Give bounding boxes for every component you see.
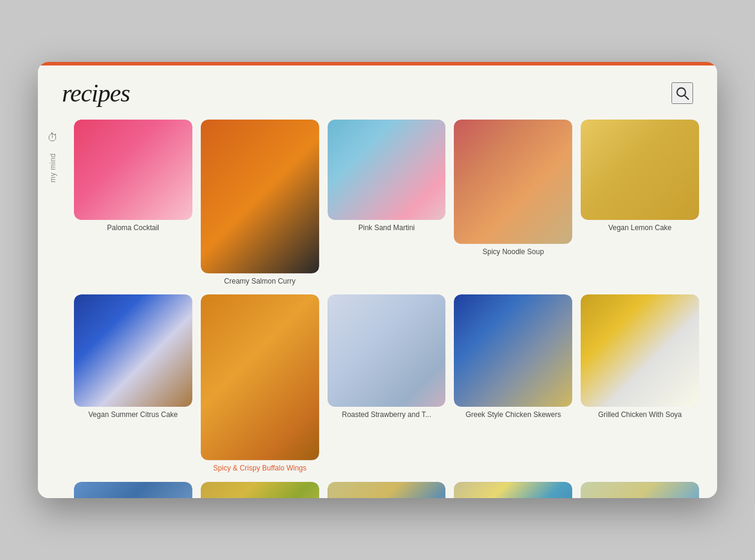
recipe-item-citrus-cake[interactable]: Vegan Summer Citrus Cake: [74, 294, 192, 473]
svg-point-0: [677, 88, 685, 96]
recipe-thumbnail-citrus-cake: [74, 294, 192, 407]
recipe-item-chicken-skewer[interactable]: Greek Style Chicken Skewers: [454, 294, 572, 473]
recipe-thumbnail-grilled-chicken: [581, 294, 699, 407]
recipe-image-bottom5: [581, 482, 699, 498]
recipe-item-bottom3[interactable]: [328, 482, 446, 498]
recipe-title-citrus-cake: Vegan Summer Citrus Cake: [74, 410, 192, 420]
recipe-title-grilled-chicken: Grilled Chicken With Soya: [581, 410, 699, 420]
recipe-thumbnail-strawberry: [328, 294, 446, 407]
sidebar: ⏱ my mind: [38, 117, 68, 498]
app-frame: recipes ⏱ my mind: [38, 62, 717, 498]
search-button[interactable]: [671, 82, 693, 104]
recipe-item-salmon[interactable]: Creamy Salmon Curry: [201, 120, 319, 286]
recipe-title-buffalo: Spicy & Crispy Buffalo Wings: [201, 464, 319, 473]
recipe-thumbnail-bottom4: [454, 482, 572, 498]
recipe-image-bottom2: [201, 482, 319, 498]
header: recipes: [38, 65, 717, 117]
recipe-image-noodle: [454, 120, 572, 244]
recipe-title-salmon: Creamy Salmon Curry: [201, 277, 319, 287]
recipe-item-bottom5[interactable]: [581, 482, 699, 498]
app-title: recipes: [62, 79, 130, 108]
recipe-title-chicken-skewer: Greek Style Chicken Skewers: [454, 410, 572, 420]
recipe-item-strawberry[interactable]: Roasted Strawberry and T...: [328, 294, 446, 473]
recipe-image-grilled-chicken: [581, 294, 699, 407]
recipe-image-pink-martini: [328, 120, 446, 220]
recipe-item-pink-martini[interactable]: Pink Sand Martini: [328, 120, 446, 286]
recipe-item-paloma[interactable]: Paloma Cocktail: [74, 120, 192, 286]
recipe-image-bottom1: [74, 482, 192, 498]
recipe-thumbnail-bottom3: [328, 482, 446, 498]
recipe-item-bottom4[interactable]: [454, 482, 572, 498]
recipe-item-bottom2[interactable]: [201, 482, 319, 498]
recipe-thumbnail-pink-martini: [328, 120, 446, 220]
recipe-thumbnail-bottom2: [201, 482, 319, 498]
search-icon: [674, 85, 690, 101]
recipe-title-strawberry: Roasted Strawberry and T...: [328, 410, 446, 420]
recipe-thumbnail-chicken-skewer: [454, 294, 572, 407]
recipe-title-noodle: Spicy Noodle Soup: [454, 248, 572, 257]
clock-icon: ⏱: [44, 129, 61, 146]
recipe-image-salmon: [201, 120, 319, 273]
recipe-image-buffalo: [201, 294, 319, 460]
recipe-image-chicken-skewer: [454, 294, 572, 407]
svg-line-1: [685, 96, 689, 100]
recipe-item-lemon-cake[interactable]: Vegan Lemon Cake: [581, 120, 699, 286]
recipe-item-bottom1[interactable]: [74, 482, 192, 498]
recipe-thumbnail-noodle: [454, 120, 572, 244]
recipe-title-lemon-cake: Vegan Lemon Cake: [581, 224, 699, 233]
recipe-item-grilled-chicken[interactable]: Grilled Chicken With Soya: [581, 294, 699, 473]
recipe-image-lemon-cake: [581, 120, 699, 220]
recipe-image-paloma: [74, 120, 192, 220]
recipe-thumbnail-bottom1: [74, 482, 192, 498]
sidebar-label: my mind: [49, 153, 57, 183]
recipe-title-pink-martini: Pink Sand Martini: [328, 224, 446, 233]
recipe-image-bottom3: [328, 482, 446, 498]
recipe-image-strawberry: [328, 294, 446, 407]
content-area: ⏱ my mind Paloma Cocktail Creamy Salmon …: [38, 117, 717, 498]
app-container: recipes ⏱ my mind: [38, 65, 717, 498]
recipe-grid-area[interactable]: Paloma Cocktail Creamy Salmon Curry Pink…: [68, 117, 717, 498]
recipe-thumbnail-bottom5: [581, 482, 699, 498]
recipe-title-paloma: Paloma Cocktail: [74, 224, 192, 233]
recipe-image-citrus-cake: [74, 294, 192, 407]
recipe-image-bottom4: [454, 482, 572, 498]
recipe-thumbnail-lemon-cake: [581, 120, 699, 220]
recipe-thumbnail-salmon: [201, 120, 319, 273]
recipe-thumbnail-buffalo: [201, 294, 319, 460]
recipe-item-noodle[interactable]: Spicy Noodle Soup: [454, 120, 572, 286]
recipe-thumbnail-paloma: [74, 120, 192, 220]
recipe-item-buffalo[interactable]: Spicy & Crispy Buffalo Wings: [201, 294, 319, 473]
recipe-grid: Paloma Cocktail Creamy Salmon Curry Pink…: [74, 117, 699, 498]
